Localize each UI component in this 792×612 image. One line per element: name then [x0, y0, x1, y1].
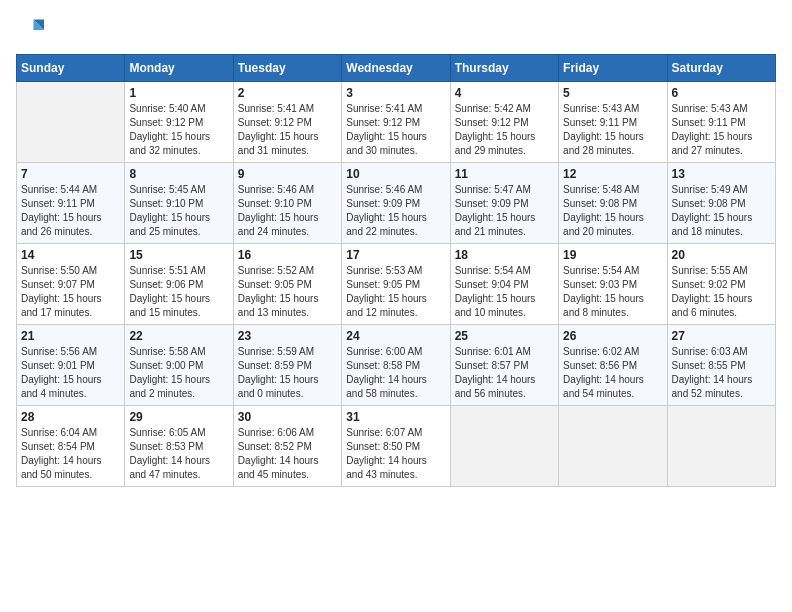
logo-icon: [16, 16, 44, 44]
day-info: Sunrise: 6:01 AM Sunset: 8:57 PM Dayligh…: [455, 345, 554, 401]
day-number: 14: [21, 248, 120, 262]
day-number: 31: [346, 410, 445, 424]
calendar-table: SundayMondayTuesdayWednesdayThursdayFrid…: [16, 54, 776, 487]
day-info: Sunrise: 5:47 AM Sunset: 9:09 PM Dayligh…: [455, 183, 554, 239]
day-number: 26: [563, 329, 662, 343]
calendar-cell: 1Sunrise: 5:40 AM Sunset: 9:12 PM Daylig…: [125, 82, 233, 163]
day-number: 16: [238, 248, 337, 262]
day-info: Sunrise: 5:55 AM Sunset: 9:02 PM Dayligh…: [672, 264, 771, 320]
calendar-cell: 13Sunrise: 5:49 AM Sunset: 9:08 PM Dayli…: [667, 163, 775, 244]
day-number: 30: [238, 410, 337, 424]
calendar-cell: 31Sunrise: 6:07 AM Sunset: 8:50 PM Dayli…: [342, 406, 450, 487]
weekday-header: Sunday: [17, 55, 125, 82]
calendar-week-row: 21Sunrise: 5:56 AM Sunset: 9:01 PM Dayli…: [17, 325, 776, 406]
day-info: Sunrise: 5:53 AM Sunset: 9:05 PM Dayligh…: [346, 264, 445, 320]
day-info: Sunrise: 6:02 AM Sunset: 8:56 PM Dayligh…: [563, 345, 662, 401]
day-info: Sunrise: 5:50 AM Sunset: 9:07 PM Dayligh…: [21, 264, 120, 320]
day-info: Sunrise: 5:46 AM Sunset: 9:10 PM Dayligh…: [238, 183, 337, 239]
day-number: 29: [129, 410, 228, 424]
calendar-cell: 27Sunrise: 6:03 AM Sunset: 8:55 PM Dayli…: [667, 325, 775, 406]
day-number: 28: [21, 410, 120, 424]
day-number: 23: [238, 329, 337, 343]
calendar-cell: 15Sunrise: 5:51 AM Sunset: 9:06 PM Dayli…: [125, 244, 233, 325]
calendar-cell: 21Sunrise: 5:56 AM Sunset: 9:01 PM Dayli…: [17, 325, 125, 406]
day-number: 3: [346, 86, 445, 100]
day-number: 25: [455, 329, 554, 343]
day-info: Sunrise: 5:46 AM Sunset: 9:09 PM Dayligh…: [346, 183, 445, 239]
calendar-cell: 16Sunrise: 5:52 AM Sunset: 9:05 PM Dayli…: [233, 244, 341, 325]
weekday-header: Thursday: [450, 55, 558, 82]
day-info: Sunrise: 6:07 AM Sunset: 8:50 PM Dayligh…: [346, 426, 445, 482]
calendar-cell: 7Sunrise: 5:44 AM Sunset: 9:11 PM Daylig…: [17, 163, 125, 244]
calendar-week-row: 1Sunrise: 5:40 AM Sunset: 9:12 PM Daylig…: [17, 82, 776, 163]
day-info: Sunrise: 5:49 AM Sunset: 9:08 PM Dayligh…: [672, 183, 771, 239]
day-info: Sunrise: 5:43 AM Sunset: 9:11 PM Dayligh…: [563, 102, 662, 158]
header: [16, 16, 776, 44]
weekday-header: Friday: [559, 55, 667, 82]
day-number: 10: [346, 167, 445, 181]
calendar-header: SundayMondayTuesdayWednesdayThursdayFrid…: [17, 55, 776, 82]
day-number: 8: [129, 167, 228, 181]
day-number: 15: [129, 248, 228, 262]
calendar-cell: 20Sunrise: 5:55 AM Sunset: 9:02 PM Dayli…: [667, 244, 775, 325]
day-number: 24: [346, 329, 445, 343]
calendar-cell: 22Sunrise: 5:58 AM Sunset: 9:00 PM Dayli…: [125, 325, 233, 406]
day-number: 17: [346, 248, 445, 262]
calendar-cell: 3Sunrise: 5:41 AM Sunset: 9:12 PM Daylig…: [342, 82, 450, 163]
calendar-cell: 30Sunrise: 6:06 AM Sunset: 8:52 PM Dayli…: [233, 406, 341, 487]
weekday-header: Wednesday: [342, 55, 450, 82]
weekday-row: SundayMondayTuesdayWednesdayThursdayFrid…: [17, 55, 776, 82]
day-number: 19: [563, 248, 662, 262]
logo: [16, 16, 48, 44]
calendar-week-row: 14Sunrise: 5:50 AM Sunset: 9:07 PM Dayli…: [17, 244, 776, 325]
day-info: Sunrise: 5:40 AM Sunset: 9:12 PM Dayligh…: [129, 102, 228, 158]
day-info: Sunrise: 5:54 AM Sunset: 9:03 PM Dayligh…: [563, 264, 662, 320]
calendar-cell: 9Sunrise: 5:46 AM Sunset: 9:10 PM Daylig…: [233, 163, 341, 244]
day-info: Sunrise: 5:44 AM Sunset: 9:11 PM Dayligh…: [21, 183, 120, 239]
calendar-cell: [667, 406, 775, 487]
day-info: Sunrise: 5:42 AM Sunset: 9:12 PM Dayligh…: [455, 102, 554, 158]
day-info: Sunrise: 5:51 AM Sunset: 9:06 PM Dayligh…: [129, 264, 228, 320]
calendar-cell: [559, 406, 667, 487]
day-number: 11: [455, 167, 554, 181]
day-info: Sunrise: 6:05 AM Sunset: 8:53 PM Dayligh…: [129, 426, 228, 482]
day-info: Sunrise: 5:58 AM Sunset: 9:00 PM Dayligh…: [129, 345, 228, 401]
calendar-cell: 12Sunrise: 5:48 AM Sunset: 9:08 PM Dayli…: [559, 163, 667, 244]
calendar-cell: 23Sunrise: 5:59 AM Sunset: 8:59 PM Dayli…: [233, 325, 341, 406]
day-info: Sunrise: 5:48 AM Sunset: 9:08 PM Dayligh…: [563, 183, 662, 239]
day-info: Sunrise: 6:00 AM Sunset: 8:58 PM Dayligh…: [346, 345, 445, 401]
calendar-cell: 29Sunrise: 6:05 AM Sunset: 8:53 PM Dayli…: [125, 406, 233, 487]
day-number: 1: [129, 86, 228, 100]
calendar-cell: 17Sunrise: 5:53 AM Sunset: 9:05 PM Dayli…: [342, 244, 450, 325]
day-number: 27: [672, 329, 771, 343]
day-number: 4: [455, 86, 554, 100]
weekday-header: Tuesday: [233, 55, 341, 82]
day-number: 12: [563, 167, 662, 181]
day-number: 5: [563, 86, 662, 100]
day-info: Sunrise: 5:41 AM Sunset: 9:12 PM Dayligh…: [346, 102, 445, 158]
calendar-cell: [17, 82, 125, 163]
calendar-week-row: 28Sunrise: 6:04 AM Sunset: 8:54 PM Dayli…: [17, 406, 776, 487]
day-number: 7: [21, 167, 120, 181]
day-number: 22: [129, 329, 228, 343]
day-number: 18: [455, 248, 554, 262]
day-number: 20: [672, 248, 771, 262]
day-info: Sunrise: 5:45 AM Sunset: 9:10 PM Dayligh…: [129, 183, 228, 239]
calendar-cell: 28Sunrise: 6:04 AM Sunset: 8:54 PM Dayli…: [17, 406, 125, 487]
calendar-cell: 18Sunrise: 5:54 AM Sunset: 9:04 PM Dayli…: [450, 244, 558, 325]
day-info: Sunrise: 5:54 AM Sunset: 9:04 PM Dayligh…: [455, 264, 554, 320]
day-number: 6: [672, 86, 771, 100]
calendar-cell: 26Sunrise: 6:02 AM Sunset: 8:56 PM Dayli…: [559, 325, 667, 406]
day-info: Sunrise: 5:59 AM Sunset: 8:59 PM Dayligh…: [238, 345, 337, 401]
calendar-cell: 19Sunrise: 5:54 AM Sunset: 9:03 PM Dayli…: [559, 244, 667, 325]
calendar-cell: 8Sunrise: 5:45 AM Sunset: 9:10 PM Daylig…: [125, 163, 233, 244]
calendar-cell: 11Sunrise: 5:47 AM Sunset: 9:09 PM Dayli…: [450, 163, 558, 244]
calendar-cell: 5Sunrise: 5:43 AM Sunset: 9:11 PM Daylig…: [559, 82, 667, 163]
calendar-cell: 2Sunrise: 5:41 AM Sunset: 9:12 PM Daylig…: [233, 82, 341, 163]
day-info: Sunrise: 6:03 AM Sunset: 8:55 PM Dayligh…: [672, 345, 771, 401]
calendar-cell: [450, 406, 558, 487]
weekday-header: Monday: [125, 55, 233, 82]
day-info: Sunrise: 5:43 AM Sunset: 9:11 PM Dayligh…: [672, 102, 771, 158]
day-number: 9: [238, 167, 337, 181]
calendar-cell: 25Sunrise: 6:01 AM Sunset: 8:57 PM Dayli…: [450, 325, 558, 406]
